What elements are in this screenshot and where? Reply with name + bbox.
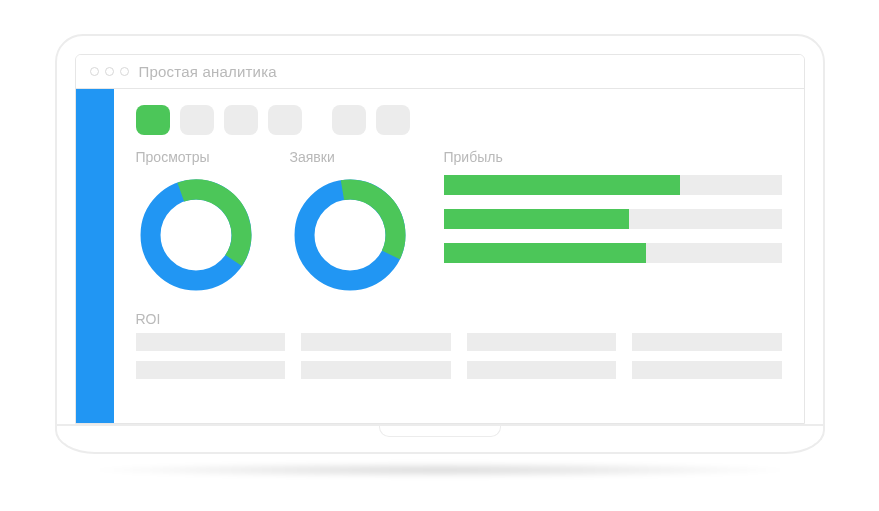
profit-section: Прибыль (444, 149, 782, 299)
close-icon[interactable] (90, 67, 99, 76)
profit-bar-2 (444, 209, 782, 229)
minimize-icon[interactable] (105, 67, 114, 76)
roi-col-4 (632, 333, 782, 389)
roi-grid (136, 333, 782, 389)
main-content: Просмотры Заявки (114, 89, 804, 423)
laptop-frame: Простая аналитика Просмотры (55, 34, 825, 478)
views-label: Просмотры (136, 149, 256, 165)
laptop-shadow (85, 462, 795, 478)
roi-cell (632, 333, 782, 351)
tab-6[interactable] (376, 105, 410, 135)
requests-donut-chart (290, 175, 410, 295)
roi-col-2 (301, 333, 451, 389)
metrics-row: Просмотры Заявки (136, 149, 782, 299)
requests-section: Заявки (290, 149, 410, 299)
tab-row (136, 105, 782, 135)
app-window: Простая аналитика Просмотры (75, 54, 805, 424)
tab-5[interactable] (332, 105, 366, 135)
tab-4[interactable] (268, 105, 302, 135)
profit-bar-1 (444, 175, 782, 195)
roi-cell (136, 361, 286, 379)
window-title: Простая аналитика (139, 63, 277, 80)
tab-1[interactable] (136, 105, 170, 135)
roi-cell (301, 361, 451, 379)
roi-cell (467, 333, 617, 351)
app-body: Просмотры Заявки (76, 89, 804, 423)
roi-cell (301, 333, 451, 351)
profit-bar-3 (444, 243, 782, 263)
roi-col-1 (136, 333, 286, 389)
maximize-icon[interactable] (120, 67, 129, 76)
views-section: Просмотры (136, 149, 256, 299)
profit-label: Прибыль (444, 149, 782, 165)
views-donut-chart (136, 175, 256, 295)
titlebar: Простая аналитика (76, 55, 804, 89)
tab-3[interactable] (224, 105, 258, 135)
roi-cell (467, 361, 617, 379)
requests-label: Заявки (290, 149, 410, 165)
roi-col-3 (467, 333, 617, 389)
sidebar[interactable] (76, 89, 114, 423)
window-controls[interactable] (90, 67, 129, 76)
roi-cell (632, 361, 782, 379)
screen-bezel: Простая аналитика Просмотры (55, 34, 825, 426)
tab-2[interactable] (180, 105, 214, 135)
laptop-base (55, 426, 825, 454)
roi-cell (136, 333, 286, 351)
roi-label: ROI (136, 311, 782, 327)
